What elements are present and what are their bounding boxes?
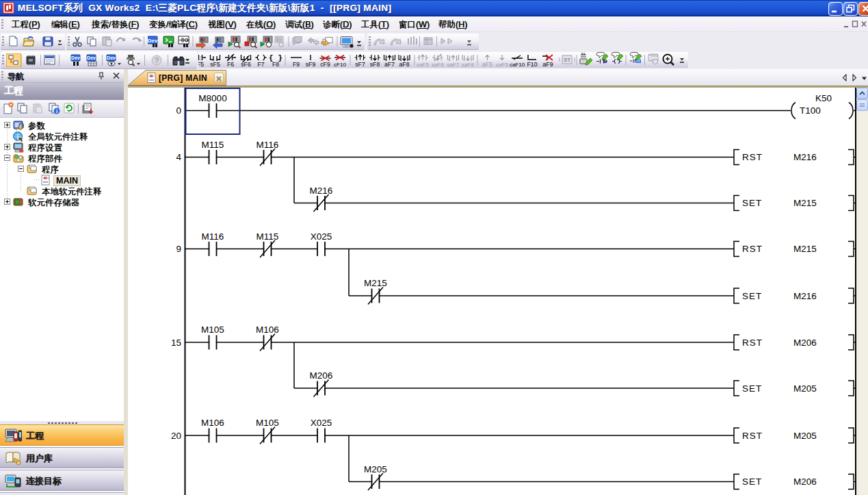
svg-text:M215: M215 [793,244,817,254]
svg-text:aF8: aF8 [399,61,410,68]
svg-text:sF5: sF5 [210,61,220,68]
svg-text:20: 20 [171,431,181,441]
svg-text:caF5: caF5 [496,62,508,68]
svg-text:M215: M215 [793,198,817,208]
svg-text:M205: M205 [364,464,387,474]
svg-text:M115: M115 [202,140,224,150]
svg-text:M206: M206 [793,477,817,487]
svg-text:saF5: saF5 [417,62,429,68]
svg-text:M216: M216 [793,152,817,162]
svg-text:M116: M116 [257,140,279,150]
svg-text:M106: M106 [256,325,279,335]
svg-text:SET: SET [742,383,762,394]
svg-text:F6: F6 [227,61,234,68]
svg-text:F10: F10 [527,61,538,68]
svg-text:M115: M115 [257,231,279,242]
svg-text:F7: F7 [257,61,264,68]
svg-text:M206: M206 [793,338,817,348]
svg-text:aF5: aF5 [482,61,492,68]
svg-text:saF6: saF6 [432,62,444,68]
svg-text:0: 0 [176,105,181,116]
svg-text:aF9: aF9 [543,61,553,68]
svg-text:M106: M106 [201,418,224,428]
svg-text:RST: RST [742,244,763,254]
svg-text:M206: M206 [310,370,333,381]
svg-text:aF7: aF7 [384,61,395,68]
svg-text:Dev: Dev [71,55,80,60]
svg-text:RST: RST [742,152,763,162]
svg-text:SET: SET [742,198,762,208]
svg-text:15: 15 [171,338,181,348]
svg-text:M215: M215 [364,278,387,288]
svg-text:?: ? [155,56,159,64]
svg-text:RST: RST [742,431,763,441]
svg-text:saF8: saF8 [462,62,474,68]
svg-text:caF10: caF10 [510,62,525,68]
svg-text:cF10: cF10 [334,62,346,68]
svg-text:SET: SET [742,291,762,301]
svg-text:M8000: M8000 [198,93,226,103]
svg-text:F5: F5 [198,61,204,68]
svg-text:ST: ST [564,57,570,63]
svg-text:M105: M105 [256,418,279,428]
svg-text:4: 4 [176,152,181,162]
svg-text:sF6: sF6 [241,61,251,68]
svg-text:saF7: saF7 [447,62,460,68]
svg-text:X025: X025 [311,418,332,428]
svg-text:M216: M216 [793,291,817,301]
svg-text:SET: SET [742,477,762,487]
svg-text:sF9: sF9 [306,61,316,68]
svg-text:K50: K50 [815,93,832,103]
svg-text:cF9: cF9 [320,61,330,68]
svg-text:M205: M205 [793,383,817,394]
svg-text:Dev: Dev [107,55,116,60]
svg-text:M116: M116 [202,231,224,242]
svg-text:Dev: Dev [148,38,158,44]
svg-text:M216: M216 [310,186,333,196]
svg-text:M105: M105 [201,325,224,335]
svg-text:X025: X025 [311,231,332,242]
svg-text:sF8: sF8 [370,61,380,68]
svg-text:Dev: Dev [87,55,96,60]
svg-text:F8: F8 [272,61,279,68]
svg-text:RST: RST [742,338,763,348]
svg-text:M205: M205 [793,431,817,441]
svg-text:sF7: sF7 [355,61,365,68]
svg-text:T100: T100 [800,105,821,116]
svg-text:9: 9 [176,244,181,254]
svg-text:F9: F9 [293,61,300,68]
